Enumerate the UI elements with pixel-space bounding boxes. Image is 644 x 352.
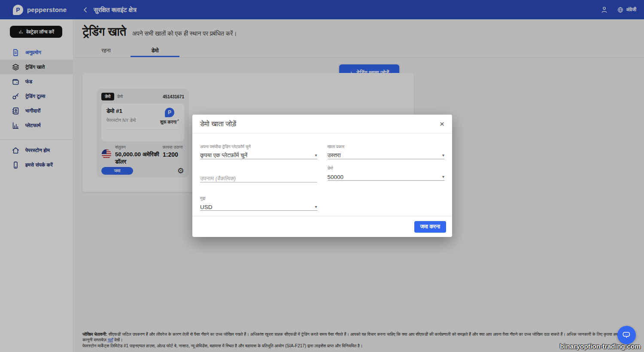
demo-balance-field-label: डेमो — [328, 166, 445, 171]
modal-title: डेमो खाता जोड़ें — [200, 120, 236, 128]
modal-form: अपना पसंदीदा ट्रेडिंग प्लेटफ़ॉर्म चुनें … — [192, 134, 452, 211]
close-icon[interactable]: × — [440, 120, 444, 128]
chevron-down-icon: ▾ — [315, 204, 317, 210]
chevron-down-icon: ▾ — [442, 153, 444, 159]
chevron-down-icon: ▾ — [315, 153, 317, 159]
currency-field: मुद्रा USD ▾ — [200, 196, 317, 211]
submit-button[interactable]: जमा करना — [414, 221, 446, 233]
modal-header: डेमो खाता जोड़ें × — [192, 115, 452, 134]
nickname-input[interactable]: उपनाम (वैकल्पिक) — [200, 173, 317, 182]
platform-field-label: अपना पसंदीदा ट्रेडिंग प्लेटफ़ॉर्म चुनें — [200, 144, 317, 149]
secure-client-area-screen: P pepperstone सुरक्षित क्लाइंट क्षेत्र अ… — [0, 0, 644, 352]
add-demo-account-modal: डेमो खाता जोड़ें × अपना पसंदीदा ट्रेडिंग… — [192, 115, 452, 237]
platform-field: अपना पसंदीदा ट्रेडिंग प्लेटफ़ॉर्म चुनें … — [200, 144, 317, 159]
account-type-select-value: उस्तरा — [328, 152, 341, 159]
currency-select-value: USD — [200, 204, 213, 210]
form-left-column: अपना पसंदीदा ट्रेडिंग प्लेटफ़ॉर्म चुनें … — [200, 144, 317, 211]
demo-balance-select-value: 50000 — [328, 174, 344, 180]
chat-bubble-icon — [622, 330, 632, 340]
currency-select[interactable]: USD ▾ — [200, 201, 317, 211]
nickname-field: उपनाम (वैकल्पिक) — [200, 173, 317, 182]
account-type-field-label: खाता प्रकार — [328, 144, 445, 149]
form-right-column: खाता प्रकार उस्तरा ▾ डेमो 50000 ▾ — [328, 144, 445, 211]
account-type-select[interactable]: उस्तरा ▾ — [328, 150, 445, 159]
nickname-placeholder: उपनाम (वैकल्पिक) — [200, 175, 236, 182]
platform-select-value: कृपया एक प्लेटफ़ॉर्म चुनें — [200, 152, 247, 159]
demo-balance-select[interactable]: 50000 ▾ — [328, 171, 445, 181]
modal-footer: जमा करना — [192, 216, 452, 237]
platform-select[interactable]: कृपया एक प्लेटफ़ॉर्म चुनें ▾ — [200, 150, 317, 159]
chat-widget-button[interactable] — [617, 326, 636, 344]
chevron-down-icon: ▾ — [442, 174, 444, 180]
currency-field-label: मुद्रा — [200, 196, 317, 201]
demo-balance-field: डेमो 50000 ▾ — [328, 166, 445, 181]
account-type-field: खाता प्रकार उस्तरा ▾ — [328, 144, 445, 159]
